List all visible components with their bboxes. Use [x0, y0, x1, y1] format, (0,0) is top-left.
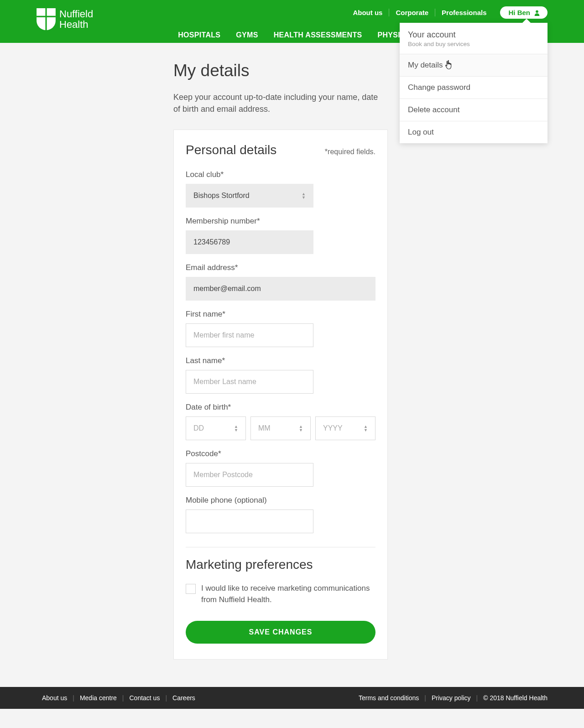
svg-point-2 [536, 10, 538, 13]
svg-rect-1 [36, 16, 56, 17]
footer-copyright: © 2018 Nuffield Health [478, 694, 548, 702]
email-input[interactable] [186, 277, 375, 301]
dob-day-select[interactable]: DD ▲▼ [186, 416, 246, 440]
dropdown-item-logout[interactable]: Log out [400, 121, 548, 143]
user-greeting: Hi Ben [508, 9, 530, 16]
dropdown-item-change-password[interactable]: Change password [400, 77, 548, 99]
local-club-select[interactable]: Bishops Stortford ▲▼ [186, 184, 313, 208]
person-icon [534, 10, 540, 16]
page-description: Keep your account up-to-date including y… [173, 91, 383, 115]
top-link-professionals[interactable]: Professionals [435, 9, 493, 16]
select-arrows-icon: ▲▼ [364, 425, 368, 432]
postcode-input[interactable] [186, 463, 313, 487]
dropdown-header: Your account Book and buy services [400, 23, 548, 54]
dob-year-select[interactable]: YYYY ▲▼ [315, 416, 375, 440]
last-name-label: Last name* [186, 356, 375, 365]
local-club-value: Bishops Stortford [193, 192, 250, 200]
membership-number-label: Membership number* [186, 217, 375, 226]
dob-label: Date of birth* [186, 403, 375, 412]
personal-details-heading: Personal details [186, 143, 276, 157]
select-arrows-icon: ▲▼ [302, 192, 306, 199]
site-footer: About us | Media centre | Contact us | C… [0, 687, 584, 709]
shield-icon [36, 8, 56, 30]
marketing-checkbox[interactable] [186, 584, 196, 594]
account-dropdown: Your account Book and buy services My de… [400, 23, 548, 143]
first-name-input[interactable] [186, 323, 313, 347]
mobile-input[interactable] [186, 510, 313, 533]
local-club-label: Local club* [186, 170, 375, 179]
first-name-label: First name* [186, 310, 375, 319]
nav-hospitals[interactable]: HOSPITALS [178, 31, 220, 39]
nav-health-assessments[interactable]: HEALTH ASSESSMENTS [274, 31, 362, 39]
brand-logo[interactable]: Nuffield Health [36, 6, 93, 30]
dropdown-item-my-details[interactable]: My details [400, 54, 548, 77]
mobile-label: Mobile phone (optional) [186, 496, 375, 505]
footer-link-privacy[interactable]: Privacy policy [426, 694, 476, 702]
select-arrows-icon: ▲▼ [234, 425, 238, 432]
cursor-hand-icon [444, 60, 454, 71]
marketing-preferences-heading: Marketing preferences [186, 557, 375, 572]
dob-month-select[interactable]: MM ▲▼ [250, 416, 311, 440]
postcode-label: Postcode* [186, 449, 375, 458]
page-title: My details [173, 61, 388, 80]
marketing-checkbox-label: I would like to receive marketing commun… [201, 583, 375, 605]
membership-number-input[interactable] [186, 230, 313, 254]
divider [186, 547, 375, 547]
svg-rect-0 [45, 8, 47, 30]
footer-link-terms[interactable]: Terms and conditions [353, 694, 424, 702]
select-arrows-icon: ▲▼ [299, 425, 303, 432]
dropdown-subtitle: Book and buy services [408, 41, 539, 47]
footer-link-careers[interactable]: Careers [167, 694, 201, 702]
top-link-corporate[interactable]: Corporate [389, 9, 435, 16]
dropdown-title: Your account [408, 30, 539, 40]
last-name-input[interactable] [186, 370, 313, 394]
brand-name: Nuffield Health [59, 9, 93, 30]
nav-gyms[interactable]: GYMS [236, 31, 258, 39]
footer-link-media[interactable]: Media centre [74, 694, 122, 702]
footer-link-about[interactable]: About us [36, 694, 73, 702]
user-account-pill[interactable]: Hi Ben [500, 6, 548, 19]
dropdown-item-delete-account[interactable]: Delete account [400, 99, 548, 121]
details-card: Personal details *required fields. Local… [173, 130, 388, 660]
footer-link-contact[interactable]: Contact us [124, 694, 165, 702]
save-changes-button[interactable]: SAVE CHANGES [186, 621, 375, 644]
top-link-about[interactable]: About us [346, 9, 389, 16]
required-fields-note: *required fields. [325, 148, 375, 156]
email-label: Email address* [186, 263, 375, 272]
site-header: Nuffield Health About us Corporate Profe… [0, 0, 584, 43]
